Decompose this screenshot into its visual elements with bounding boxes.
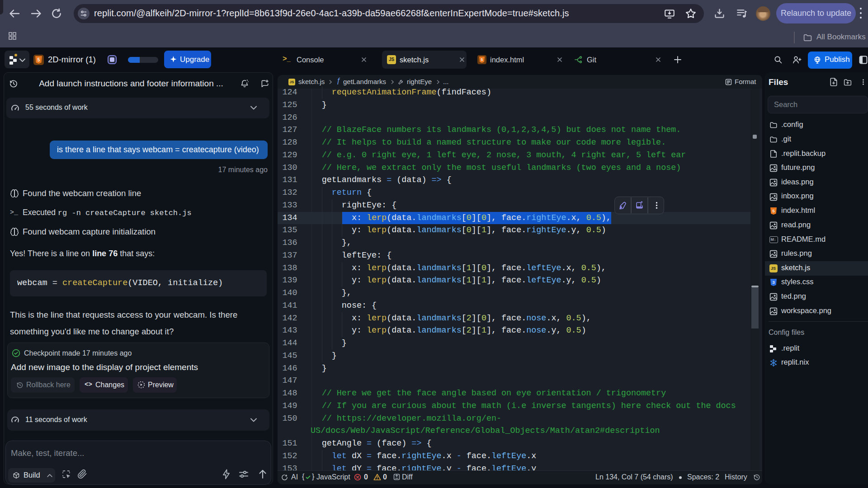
svg-text:5: 5: [38, 57, 40, 62]
svg-text:5: 5: [772, 208, 775, 213]
svg-text:3: 3: [772, 280, 775, 285]
svg-text:5: 5: [481, 57, 483, 62]
